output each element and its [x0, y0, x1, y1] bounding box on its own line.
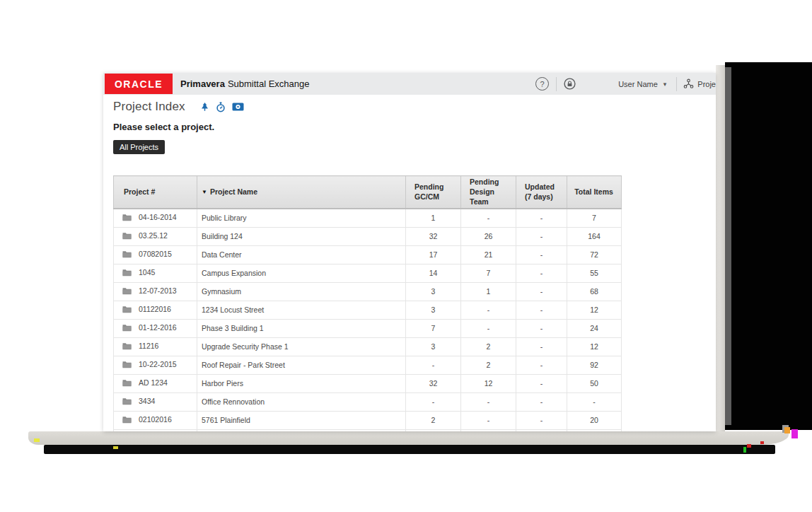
- total-items-cell: -: [567, 392, 622, 411]
- project-name-cell: Upgrade Security Phase 1: [197, 337, 406, 356]
- projects-hierarchy-icon[interactable]: [683, 78, 694, 89]
- table-row[interactable]: 12-07-2013Gymnasium31-68: [114, 282, 622, 301]
- artifact-speck: [760, 441, 764, 444]
- project-number: 02102016: [139, 415, 172, 424]
- total-items-cell: 12: [567, 301, 622, 319]
- artifact-speck: [784, 427, 790, 434]
- project-name-cell: Phase 3 Building 1: [197, 319, 406, 337]
- title-row: Project Index: [113, 100, 716, 114]
- column-header-pending-gccm[interactable]: Pending GC/CM: [406, 176, 461, 209]
- project-number: 03.25.12: [139, 231, 168, 240]
- updated-cell: -: [516, 411, 567, 429]
- table-row[interactable]: 10-22-2015Roof Repair - Park Street-2-92: [114, 356, 622, 374]
- chevron-down-icon[interactable]: ▾: [663, 81, 667, 88]
- pending-design-cell: -: [461, 209, 516, 228]
- total-items-cell: 20: [567, 411, 622, 429]
- lock-icon[interactable]: [564, 78, 576, 90]
- project-number: 3434: [139, 397, 155, 405]
- table-row[interactable]: 03.25.12Building 1243226-164: [114, 227, 622, 245]
- project-number: 01-12-2016: [139, 323, 177, 332]
- project-name: Building 124: [202, 232, 243, 240]
- artifact-speck: [34, 438, 40, 442]
- table-row[interactable]: 01-12-2016Phase 3 Building 17--24: [114, 319, 622, 337]
- app-title-product: Primavera: [180, 78, 225, 89]
- project-number-cell: 021016: [114, 429, 197, 431]
- table-row[interactable]: 1045Campus Expansion147-55: [114, 264, 622, 282]
- folder-icon: [122, 214, 132, 223]
- project-name-cell: Office Rennovation: [197, 392, 406, 411]
- table-row[interactable]: 11216Upgrade Security Phase 132-12: [114, 337, 622, 356]
- pending-gccm-cell: 32: [406, 374, 461, 392]
- folder-icon: [122, 324, 132, 333]
- project-name-cell: Data Center: [197, 245, 406, 264]
- project-name: Data Center: [202, 250, 242, 259]
- project-number: AD 1234: [139, 378, 168, 387]
- app-window: ORACLE PrimaveraSubmittal Exchange ? Use…: [103, 73, 716, 431]
- column-header-updated-7-days[interactable]: Updated (7 days): [516, 176, 567, 209]
- total-items-cell: 7: [567, 209, 622, 228]
- pending-design-cell: -: [461, 411, 516, 429]
- banknote-icon[interactable]: [232, 103, 244, 111]
- project-number: 1045: [139, 268, 155, 277]
- column-header-project-name-label: Project Name: [210, 187, 257, 196]
- project-number-cell: 03.25.12: [114, 227, 197, 245]
- pending-gccm-cell: 3: [406, 337, 461, 356]
- project-number-cell: 12-07-2013: [114, 282, 197, 301]
- mockup-dark-strip: [725, 67, 731, 425]
- project-name: Gymnasium: [202, 287, 241, 296]
- pending-gccm-cell: 32: [406, 227, 461, 245]
- project-number-cell: 01-12-2016: [114, 319, 197, 337]
- project-name-cell: Miscellaneous Upgrades 124th Street: [197, 429, 406, 431]
- column-header-project-number[interactable]: Project #: [114, 176, 197, 209]
- pending-gccm-cell: 7: [406, 319, 461, 337]
- table-row[interactable]: AD 1234Harbor Piers3212-50: [114, 374, 622, 392]
- stopwatch-icon[interactable]: [216, 102, 226, 112]
- total-items-cell: 12: [567, 337, 622, 356]
- table-row[interactable]: 07082015Data Center1721-72: [114, 245, 622, 264]
- app-title: PrimaveraSubmittal Exchange: [180, 78, 310, 89]
- artifact-speck: [743, 447, 746, 453]
- project-number: 12-07-2013: [139, 286, 177, 295]
- page-background: ORACLE PrimaveraSubmittal Exchange ? Use…: [0, 0, 812, 512]
- projects-link[interactable]: Proje: [697, 80, 716, 88]
- project-name-cell: Campus Expansion: [197, 264, 406, 282]
- updated-cell: -: [516, 374, 567, 392]
- updated-cell: -: [516, 429, 567, 431]
- project-name: Office Rennovation: [202, 397, 265, 406]
- table-row[interactable]: 021016Miscellaneous Upgrades 124th Stree…: [114, 429, 622, 431]
- project-table-rows: 04-16-2014Public Library1--703.25.12Buil…: [114, 209, 622, 431]
- project-number: 04-16-2014: [139, 213, 177, 221]
- project-number-cell: 07082015: [114, 245, 197, 264]
- project-index-table: Project # ▼Project Name Pending GC/CM Pe…: [113, 175, 622, 431]
- pending-gccm-cell: 14: [406, 264, 461, 282]
- project-name: Harbor Piers: [202, 379, 243, 388]
- table-row[interactable]: 021020165761 Plainfield2--20: [114, 411, 622, 429]
- column-header-total-items[interactable]: Total Items: [567, 176, 622, 209]
- project-name-cell: Harbor Piers: [197, 374, 406, 392]
- column-header-pending-design-team[interactable]: Pending Design Team: [461, 176, 516, 209]
- header-divider: [676, 77, 677, 91]
- folder-icon: [122, 342, 132, 351]
- pending-gccm-cell: -: [406, 429, 461, 431]
- column-header-project-name[interactable]: ▼Project Name: [197, 176, 406, 209]
- pine-tree-icon[interactable]: [200, 102, 209, 112]
- project-name-cell: 1234 Locust Street: [197, 301, 406, 319]
- user-menu[interactable]: User Name: [618, 80, 658, 88]
- all-projects-button[interactable]: All Projects: [113, 140, 165, 154]
- pending-design-cell: -: [461, 301, 516, 319]
- total-items-cell: 68: [567, 282, 622, 301]
- table-row[interactable]: 3434Office Rennovation----: [114, 392, 622, 411]
- sort-descending-icon: ▼: [202, 189, 207, 195]
- project-number-cell: AD 1234: [114, 374, 197, 392]
- app-header-bar: ORACLE PrimaveraSubmittal Exchange ? Use…: [103, 73, 716, 95]
- help-icon[interactable]: ?: [535, 77, 549, 91]
- total-items-cell: 55: [567, 264, 622, 282]
- project-name: Roof Repair - Park Street: [202, 361, 285, 369]
- title-toolbar: [200, 102, 244, 112]
- project-name-cell: Public Library: [197, 209, 406, 228]
- mockup-black-panel: [725, 62, 812, 430]
- pending-design-cell: 1: [461, 282, 516, 301]
- pending-gccm-cell: -: [406, 392, 461, 411]
- table-row[interactable]: 04-16-2014Public Library1--7: [114, 209, 622, 228]
- table-row[interactable]: 011220161234 Locust Street3--12: [114, 301, 622, 319]
